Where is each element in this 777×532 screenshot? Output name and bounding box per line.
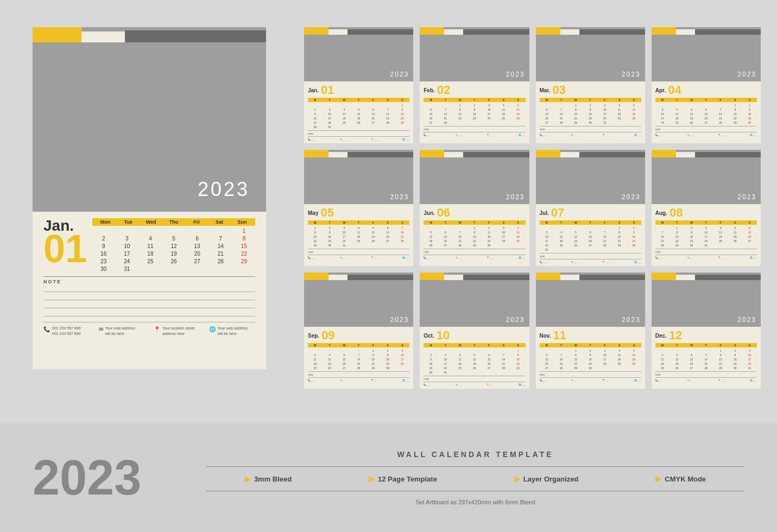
- feature-pages: ▶ 12 Page Template: [369, 474, 437, 483]
- mini-photo-07: 2023: [536, 150, 645, 204]
- web-icon: 🌐: [209, 326, 216, 332]
- mini-body-06: Jun. 06 M T W T F S S 1234 567891011: [420, 204, 529, 266]
- cal-header-sun: Sun: [231, 219, 253, 225]
- mini-year-12: 2023: [737, 316, 756, 324]
- mini-body-05: May 05 M T W T F S S 1234567 89101112131…: [304, 204, 413, 266]
- note-line-2: [43, 295, 255, 300]
- mini-body-12: Dec. 12 M T W T F S S 123 45678910: [652, 327, 761, 389]
- mini-photo-header-06: [420, 150, 529, 157]
- bottom-title: WALL CALENDAR TEMPLATE: [206, 450, 744, 459]
- mini-year-07: 2023: [622, 193, 641, 201]
- main-photo-header: [33, 27, 266, 42]
- email-icon: ✉: [99, 326, 103, 332]
- contact-location: 📍 Your location streetaddress here: [154, 326, 200, 337]
- mini-year-06: 2023: [506, 193, 525, 201]
- main-calendar-grid: Mon Tue Wed Thu Fri Sat Sun 1: [92, 218, 255, 273]
- contact-email: ✉ Your mail addresswill be here: [99, 326, 146, 337]
- bottom-section: 2023 WALL CALENDAR TEMPLATE ▶ 3mm Bleed …: [0, 423, 777, 532]
- main-inner: Jan. 01 Mon Tue Wed Thu Fri Sat Sun: [43, 218, 255, 273]
- main-year: 2023: [198, 178, 250, 201]
- months-grid: 2023 Jan. 01 M T W T F S S 1: [304, 27, 761, 389]
- mini-photo-11: 2023: [536, 273, 645, 327]
- mini-body-02: Feb. 02 M T W T F S S 12345 6789101112: [420, 81, 529, 143]
- mini-photo-header-07: [536, 150, 645, 157]
- mini-photo-03: 2023: [536, 27, 645, 81]
- note-line-3: [43, 303, 255, 308]
- feature-pages-label: 12 Page Template: [378, 475, 437, 483]
- mini-photo-10: 2023: [420, 273, 529, 327]
- mini-cal-03: 2023 Mar. 03 M T W T F S S 12345: [536, 27, 645, 143]
- cal-row-6: 30 31: [92, 265, 255, 273]
- bottom-subtitle: Set Artboard as 297x420mm with 6mm Bleed: [206, 499, 744, 505]
- feature-cmyk-label: CMYK Mode: [665, 475, 706, 483]
- mini-photo-header-10: [420, 273, 529, 280]
- main-calendar-body: Jan. 01 Mon Tue Wed Thu Fri Sat Sun: [33, 212, 266, 369]
- mini-photo-header-02: [420, 27, 529, 35]
- mini-cal-05: 2023 May 05 M T W T F S S 1234567: [304, 150, 413, 266]
- arrow-icon-2: ▶: [369, 474, 375, 483]
- main-header-yellow: [33, 27, 81, 42]
- mini-year-03: 2023: [622, 71, 641, 78]
- mini-photo-header-04: [652, 27, 761, 35]
- mini-year-04: 2023: [737, 71, 756, 78]
- mini-cal-06: 2023 Jun. 06 M T W T F S S 1234: [420, 150, 529, 266]
- main-header-cream: [81, 31, 125, 42]
- arrow-icon-1: ▶: [245, 474, 251, 483]
- mini-body-10: Oct. 10 M T W T F S S 1 2345678: [420, 327, 529, 389]
- feature-bleed: ▶ 3mm Bleed: [245, 474, 292, 483]
- mini-photo-04: 2023: [652, 27, 761, 81]
- mini-year-09: 2023: [390, 316, 409, 324]
- main-photo-area: 2023: [33, 27, 266, 212]
- mini-photo-header-01: [304, 27, 413, 35]
- mini-photo-01: 2023: [304, 27, 413, 81]
- mini-photo-02: 2023: [420, 27, 529, 81]
- mini-cal-10: 2023 Oct. 10 M T W T F S S 1: [420, 273, 529, 389]
- cal-row-3: 9 10 11 12 13 14 15: [92, 243, 255, 250]
- arrow-icon-4: ▶: [655, 474, 661, 483]
- mini-photo-header-05: [304, 150, 413, 157]
- mini-photo-06: 2023: [420, 150, 529, 204]
- contact-location-text: Your location streetaddress here: [162, 326, 195, 337]
- mini-photo-05: 2023: [304, 150, 413, 204]
- contact-web-text: Your web addresswill be here: [218, 326, 248, 337]
- mini-photo-08: 2023: [652, 150, 761, 204]
- feature-layers-label: Layer Organized: [523, 475, 579, 483]
- bottom-divider-top: [206, 466, 744, 467]
- mini-year-02: 2023: [506, 71, 525, 78]
- mini-body-04: Apr. 04 M T W T F S S 12 3456789: [652, 81, 761, 143]
- mini-photo-12: 2023: [652, 273, 761, 327]
- bottom-year: 2023: [33, 453, 185, 502]
- cal-row-1: 1: [92, 227, 255, 235]
- cal-header-tue: Tue: [117, 219, 139, 225]
- cal-row-5: 23 24 25 26 27 28 29: [92, 258, 255, 265]
- mini-body-11: Nov. 11 M T W T F S S 12345 6789101112: [536, 327, 645, 389]
- mini-body-07: Jul. 07 M T W T F S S 12 3456789: [536, 204, 645, 266]
- mini-photo-header-03: [536, 27, 645, 35]
- contact-phone-text: 001 234 567 890001 234 567 890: [52, 326, 81, 337]
- mini-year-01: 2023: [390, 71, 409, 78]
- arrow-icon-3: ▶: [514, 474, 520, 483]
- feature-bleed-label: 3mm Bleed: [254, 475, 292, 483]
- bottom-features: ▶ 3mm Bleed ▶ 12 Page Template ▶ Layer O…: [206, 474, 744, 483]
- mini-cal-08: 2023 Aug. 08 M T W T F S S 123456: [652, 150, 761, 266]
- phone-icon: 📞: [43, 326, 50, 332]
- mini-cal-07: 2023 Jul. 07 M T W T F S S 12: [536, 150, 645, 266]
- cal-header-row: Mon Tue Wed Thu Fri Sat Sun: [92, 218, 255, 226]
- mini-year-08: 2023: [737, 193, 756, 201]
- mini-body-01: Jan. 01 M T W T F S S 1 2345678: [304, 81, 413, 143]
- cal-header-mon: Mon: [94, 219, 116, 225]
- mini-year-10: 2023: [506, 316, 525, 324]
- cal-header-sat: Sat: [209, 219, 230, 225]
- cal-header-wed: Wed: [140, 219, 162, 225]
- cal-row-4: 16 17 18 19 20 21 22: [92, 250, 255, 257]
- mini-photo-header-11: [536, 273, 645, 280]
- note-label: NOTE: [43, 279, 255, 284]
- note-line-1: [43, 287, 255, 292]
- contact-phone: 📞 001 234 567 890001 234 567 890: [43, 326, 90, 337]
- mini-cal-12: 2023 Dec. 12 M T W T F S S 123: [652, 273, 761, 389]
- feature-layers: ▶ Layer Organized: [514, 474, 579, 483]
- main-header-dark: [125, 30, 266, 42]
- bottom-right: WALL CALENDAR TEMPLATE ▶ 3mm Bleed ▶ 12 …: [206, 450, 744, 505]
- mini-cal-04: 2023 Apr. 04 M T W T F S S 12: [652, 27, 761, 143]
- main-left-col: Jan. 01: [43, 218, 87, 273]
